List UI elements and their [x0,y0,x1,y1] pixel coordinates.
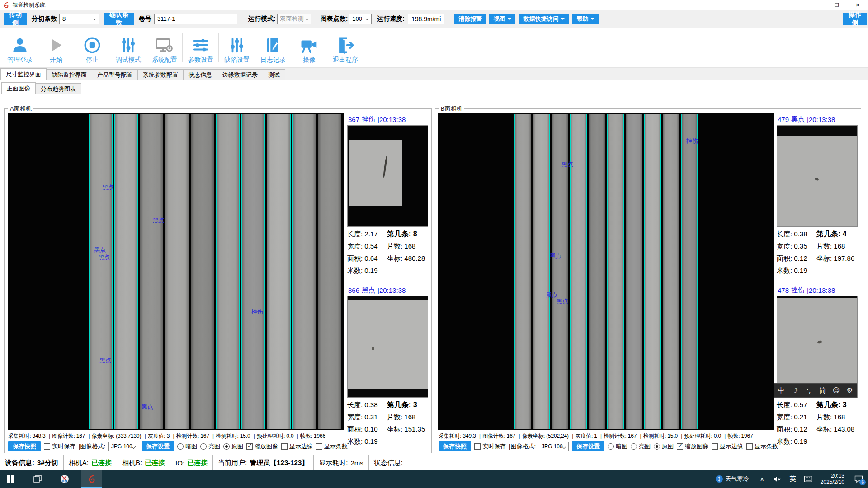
defect-card[interactable]: 478挫伤|20:13:38长度: 0.57第几条: 3宽度: 0.21片数: … [777,284,859,448]
data-quick-access-button[interactable]: 数据快捷访问 [519,14,569,24]
realtime-save-checkbox-b[interactable]: 实时保存 [474,442,506,450]
defect-time: |20:13:38 [377,286,406,294]
ime-punctuation-icon[interactable]: ·, [802,386,816,394]
show-edge-checkbox-a[interactable]: 显示边缘 [281,442,313,450]
view-menu-button[interactable]: 视图 [489,14,515,24]
tab-产品型号配置[interactable]: 产品型号配置 [92,69,138,80]
checkbox-icon [712,443,718,450]
close-button[interactable]: ✕ [847,0,868,10]
chart-points-select[interactable]: 100 [349,14,372,24]
toolbar-item-退出程序[interactable]: 退出程序 [327,28,363,67]
defect-length: 0.38 [794,230,807,238]
roll-number-input[interactable]: 3117-1 [154,14,237,24]
bright-image-radio-b[interactable]: 亮图 [631,442,651,450]
snipping-tool-button[interactable] [54,470,75,488]
weather-widget[interactable]: 天气寒冷 [710,475,755,483]
dark-image-radio-b[interactable]: 暗图 [608,442,627,450]
task-view-button[interactable] [27,470,48,488]
volume-muted-icon[interactable] [770,470,785,488]
camera-b-image[interactable]: 挫伤黑点黑点黑点黑点 [438,113,774,430]
dark-image-radio-a[interactable]: 暗图 [177,442,197,450]
save-snapshot-button-b[interactable]: 保存快照 [439,441,471,451]
monitor-gear-icon [156,36,174,55]
vision-app-taskbar-button[interactable] [81,470,102,488]
defect-card[interactable]: 367挫伤|20:13:38长度: 2.17第几条: 8宽度: 0.54片数: … [347,113,429,277]
run-speed-value: 198.9m/mi [408,14,444,24]
toolbar-item-参数设置[interactable]: 参数设置 [183,28,219,67]
zoom-image-checkbox-b[interactable]: 缩放图像 [677,442,708,450]
tab-系统参数配置[interactable]: 系统参数配置 [137,69,184,80]
tab-测试[interactable]: 测试 [263,69,285,80]
ime-language-indicator[interactable]: 英 [785,470,801,488]
show-strips-checkbox-a[interactable]: 显示条数 [316,442,348,450]
show-edge-checkbox-b[interactable]: 显示边缘 [712,442,743,450]
tray-expand-chevron[interactable]: ∧ [755,470,770,488]
toolbar-item-label: 缺陷设置 [224,56,250,64]
defect-length: 2.17 [364,230,377,238]
confirm-count-button[interactable]: 确认条数 [104,13,134,25]
defect-info: 长度: 0.57第几条: 3宽度: 0.21片数: 168面积: 0.12坐标:… [777,398,859,448]
toolbar-item-开始[interactable]: 开始 [38,28,74,67]
original-image-radio-b[interactable]: 原图 [654,442,674,450]
toolbar-item-摄像[interactable]: 摄像 [291,28,327,67]
image-defect-label: 黑点 [98,253,110,262]
toolbar-item-系统配置[interactable]: 系统配置 [146,28,183,67]
run-mode-label: 运行模式: [248,15,276,23]
chart-points-label: 图表点数: [321,15,348,23]
defect-card[interactable]: 366黑点|20:13:38长度: 0.38第几条: 3宽度: 0.31片数: … [347,284,429,448]
image-format-select-b[interactable]: JPG 100 [539,442,569,451]
camera-a-image[interactable]: 黑点黑点黑点黑点挫伤黑点黑点 [8,113,344,430]
ime-emoji-icon[interactable]: ☺ [829,386,843,394]
ime-chinese-mode[interactable]: 中 [774,386,788,395]
clear-alarm-button[interactable]: 清除报警 [454,14,486,24]
ime-toolbar: 中☽·,简☺⚙ [774,383,857,398]
save-settings-button-a[interactable]: 保存设置 [142,441,174,451]
snipping-tool-icon [60,474,70,484]
toolbar-item-调试模式[interactable]: 调试模式 [110,28,146,67]
realtime-save-checkbox-a[interactable]: 实时保存 [44,442,75,450]
log-book-icon [264,36,282,55]
split-count-select[interactable]: 8 [59,14,99,24]
taskbar-clock[interactable]: 20:13 2025/2/10 [816,473,849,485]
defect-area: 0.12 [794,254,807,262]
vision-app-icon [87,474,96,483]
toolbar-item-停止[interactable]: 停止 [74,28,110,67]
tab-缺陷监控界面[interactable]: 缺陷监控界面 [46,69,92,80]
save-snapshot-button-a[interactable]: 保存快照 [8,441,41,451]
defect-coord: 480.28 [404,254,425,262]
play-icon [48,36,64,55]
maximize-button[interactable]: ❐ [826,0,847,10]
show-strips-checkbox-b[interactable]: 显示条数 [746,442,778,450]
ime-settings-gear-icon[interactable]: ⚙ [843,386,857,394]
toolbar-item-缺陷设置[interactable]: 缺陷设置 [219,28,255,67]
original-image-radio-a[interactable]: 原图 [223,442,243,450]
statusbar-item-相机B: 相机B:已连接 [117,455,170,470]
tab-尺寸监控界面[interactable]: 尺寸监控界面 [0,68,47,80]
defect-meters: 0.19 [364,437,377,445]
subtab-正面图像[interactable]: 正面图像 [1,82,36,94]
start-button[interactable] [0,470,21,488]
statusbar-item-IO: IO:已连接 [170,455,213,470]
ime-simplified-icon[interactable]: 简 [816,386,829,395]
drive-side-button[interactable]: 传动侧 [4,13,27,25]
icon-toolbar: 管理登录开始停止调试模式系统配置参数设置缺陷设置日志记录摄像退出程序 [0,28,868,68]
run-mode-select[interactable]: 双面检测 [277,14,311,24]
toolbar-item-日志记录[interactable]: 日志记录 [255,28,291,67]
ime-fullwidth-icon[interactable]: ☽ [788,386,802,394]
defect-snapshot-image [777,296,858,398]
tab-状态信息[interactable]: 状态信息 [183,69,217,80]
zoom-image-checkbox-a[interactable]: 缩放图像 [246,442,278,450]
touch-keyboard-icon[interactable] [801,470,816,488]
tab-边缘数据记录[interactable]: 边缘数据记录 [217,69,263,80]
image-format-select-a[interactable]: JPG 100 [108,442,138,451]
subtab-分布趋势图表[interactable]: 分布趋势图表 [35,83,81,94]
action-center-button[interactable]: 6 [849,470,868,488]
toolbar-item-管理登录[interactable]: 管理登录 [2,28,38,67]
save-settings-button-b[interactable]: 保存设置 [572,441,604,451]
operate-side-button[interactable]: 操作侧 [843,13,867,25]
defect-card[interactable]: 479黑点|20:13:38长度: 0.38第几条: 4宽度: 0.35片数: … [777,113,859,277]
help-menu-button[interactable]: 帮助 [572,14,599,24]
bright-image-radio-a[interactable]: 亮图 [200,442,220,450]
defect-width: 0.54 [364,242,377,250]
minimize-button[interactable]: ─ [806,0,826,10]
